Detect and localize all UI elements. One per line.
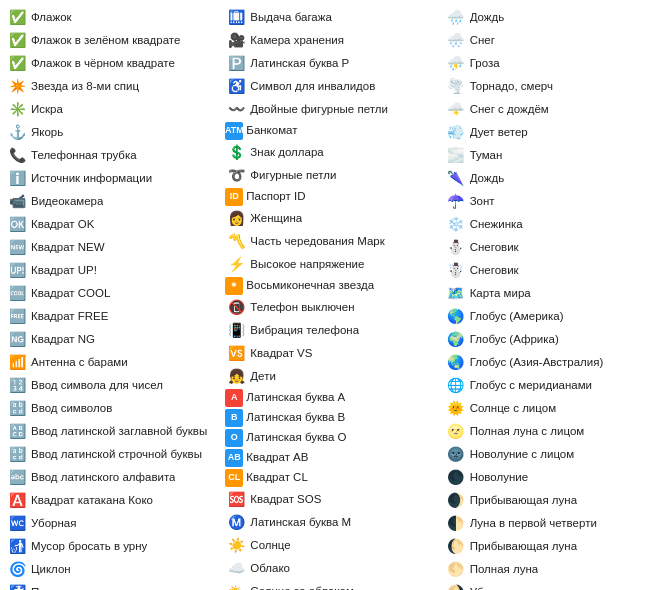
item-label: Квадрат SOS: [250, 491, 321, 508]
list-item: 🌝Полная луна с лицом: [443, 420, 660, 443]
list-item: 🌔Прибывающая луна: [443, 535, 660, 558]
item-label: Питьевая вода: [31, 584, 110, 590]
item-label: Высокое напряжение: [250, 256, 364, 273]
list-item: OЛатинская буква O: [223, 428, 440, 448]
item-label: Дует ветер: [470, 124, 528, 141]
emoji-icon: 🌕: [445, 559, 467, 580]
list-item: ✴️Звезда из 8-ми спиц: [4, 75, 221, 98]
item-label: Снег: [470, 32, 495, 49]
list-item: 🌐Глобус с меридианами: [443, 374, 660, 397]
list-item: 🔢Ввод символа для чисел: [4, 374, 221, 397]
list-item: Ⓜ️Латинская буква M: [223, 511, 440, 534]
list-item: 📳Вибрация телефона: [223, 319, 440, 342]
list-item: 🌎Глобус (Америка): [443, 305, 660, 328]
emoji-icon: 🌎: [445, 306, 467, 327]
list-item: 🆚Квадрат VS: [223, 342, 440, 365]
item-label: Ввод латинского алфавита: [31, 469, 175, 486]
emoji-icon: 🛄: [225, 7, 247, 28]
item-label: Якорь: [31, 124, 63, 141]
list-item: 💨Дует ветер: [443, 121, 660, 144]
list-item: 🆒Квадрат COOL: [4, 282, 221, 305]
emoji-icon: 📞: [6, 145, 28, 166]
emoji-icon: 🌏: [445, 352, 467, 373]
list-item: 🆗Квадрат OK: [4, 213, 221, 236]
list-item: 🅰️Квадрат катакана Коко: [4, 489, 221, 512]
item-label: Солнце: [250, 537, 290, 554]
item-label: Дети: [250, 368, 276, 385]
item-label: Искра: [31, 101, 63, 118]
list-item: 📶Антенна с барами: [4, 351, 221, 374]
item-label: Новолуние с лицом: [470, 446, 575, 463]
item-label: Солнце с лицом: [470, 400, 556, 417]
emoji-icon: 🔤: [6, 467, 28, 488]
item-label: Квадрат UP!: [31, 262, 97, 279]
emoji-icon: 📶: [6, 352, 28, 373]
emoji-icon: 🆘: [225, 489, 247, 510]
emoji-icon: 🔡: [6, 398, 28, 419]
item-label: Квадрат VS: [250, 345, 312, 362]
emoji-icon: 🚾: [6, 513, 28, 534]
item-label: Квадрат NEW: [31, 239, 105, 256]
list-item: ATMБанкомат: [223, 121, 440, 141]
item-label: Ввод символов: [31, 400, 112, 417]
list-item: 🎥Камера хранения: [223, 29, 440, 52]
item-label: Телефон выключен: [250, 299, 354, 316]
emoji-icon: ⚡: [225, 254, 247, 275]
list-item: 📞Телефонная трубка: [4, 144, 221, 167]
list-item: 🛄Выдача багажа: [223, 6, 440, 29]
list-item: 🆘Квадрат SOS: [223, 488, 440, 511]
list-item: ♿Символ для инвалидов: [223, 75, 440, 98]
item-label: Прибывающая луна: [470, 492, 577, 509]
item-label: Луна в первой четверти: [470, 515, 597, 532]
list-item: 📵Телефон выключен: [223, 296, 440, 319]
list-item: 🔡Ввод латинской строчной буквы: [4, 443, 221, 466]
badge-icon: CL: [225, 469, 243, 487]
item-label: Уборная: [31, 515, 76, 532]
list-item: 🆓Квадрат FREE: [4, 305, 221, 328]
item-label: Латинская буква P: [250, 55, 349, 72]
emoji-icon: 🆖: [6, 329, 28, 350]
list-item: 🔡Ввод символов: [4, 397, 221, 420]
list-item: ✅Флажок: [4, 6, 221, 29]
main-container: ✅Флажок✅Флажок в зелёном квадрате✅Флажок…: [0, 0, 664, 590]
emoji-icon: Ⓜ️: [225, 512, 247, 533]
item-label: Снег с дождём: [470, 101, 549, 118]
item-label: Снеговик: [470, 239, 519, 256]
item-label: Фигурные петли: [250, 167, 336, 184]
item-label: Вибрация телефона: [250, 322, 359, 339]
emoji-icon: ⛅: [225, 581, 247, 590]
list-item: 🌓Луна в первой четверти: [443, 512, 660, 535]
list-item: 🌩️Снег с дождём: [443, 98, 660, 121]
badge-icon: AB: [225, 449, 243, 467]
emoji-icon: 🎥: [225, 30, 247, 51]
list-item: 🆙Квадрат UP!: [4, 259, 221, 282]
list-item: 🌍Глобус (Африка): [443, 328, 660, 351]
item-label: Мусор бросать в урну: [31, 538, 147, 555]
list-item: ➰Фигурные петли: [223, 164, 440, 187]
emoji-icon: ✴️: [6, 76, 28, 97]
list-item: 〽️Часть чередования Марк: [223, 230, 440, 253]
emoji-icon: 🌪️: [445, 76, 467, 97]
emoji-icon: 🔢: [6, 375, 28, 396]
item-label: Латинская буква B: [246, 409, 345, 426]
item-label: Ввод латинской строчной буквы: [31, 446, 202, 463]
emoji-icon: ✅: [6, 7, 28, 28]
item-label: Квадрат NG: [31, 331, 95, 348]
list-item: ☂️Зонт: [443, 190, 660, 213]
item-label: Банкомат: [246, 122, 297, 139]
list-item: ✳️Искра: [4, 98, 221, 121]
list-item: ⛈️Гроза: [443, 52, 660, 75]
emoji-icon: ♿: [225, 76, 247, 97]
item-label: Солнце за облаком: [250, 583, 353, 590]
list-item: 🅿️Латинская буква P: [223, 52, 440, 75]
emoji-icon: 🌨️: [445, 30, 467, 51]
emoji-icon: 〰️: [225, 99, 247, 120]
item-label: Прибывающая луна: [470, 538, 577, 555]
badge-icon: A: [225, 389, 243, 407]
list-item: CLКвадрат CL: [223, 468, 440, 488]
emoji-icon: 📹: [6, 191, 28, 212]
item-label: Флажок: [31, 9, 72, 26]
item-label: Глобус (Азия-Австралия): [470, 354, 604, 371]
list-item: 👧Дети: [223, 365, 440, 388]
item-label: Гроза: [470, 55, 500, 72]
